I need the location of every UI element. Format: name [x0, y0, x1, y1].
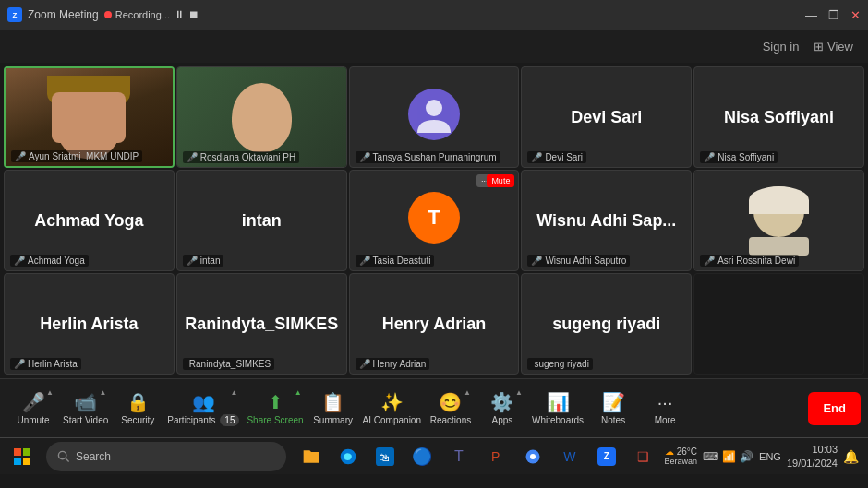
maximize-btn[interactable]: ❐: [828, 8, 839, 22]
security-icon: 🔒: [127, 391, 150, 413]
taskbar-powerpoint[interactable]: P: [479, 440, 512, 473]
taskbar-search-box[interactable]: Search: [46, 442, 286, 471]
achmad-big-name: Achmad Yoga: [29, 211, 149, 231]
unmute-caret[interactable]: ▲: [46, 388, 54, 397]
chrome-icon: [524, 448, 541, 465]
start-button[interactable]: [4, 440, 41, 473]
devi-big-name: Devi Sari: [565, 108, 647, 127]
volume-icon: 🔊: [740, 450, 753, 463]
reactions-caret[interactable]: ▲: [464, 388, 471, 397]
ai-companion-btn[interactable]: ✨ AI Companion: [359, 383, 425, 434]
taskbar-teams[interactable]: T: [442, 440, 476, 473]
lang-indicator: ENG: [759, 451, 781, 462]
participants-btn[interactable]: 👥 Participants 15 ▲: [163, 383, 243, 434]
title-bar: Z Zoom Meeting Recording... ⏸ ⏹ — ❐ ✕: [0, 0, 868, 30]
view-btn[interactable]: ⊞ View: [814, 40, 853, 54]
search-placeholder: Search: [76, 450, 111, 463]
whiteboard-icon: 📊: [547, 391, 570, 413]
henry-mic-icon: 🎤: [359, 359, 370, 369]
video-caret[interactable]: ▲: [99, 388, 106, 397]
windows-logo: [14, 448, 30, 465]
apps-label: Apps: [492, 415, 513, 425]
whiteboard-label: Whiteboards: [532, 415, 584, 425]
taskbar-edge[interactable]: [332, 440, 365, 473]
video-icon: 📹: [74, 391, 97, 413]
nisa-big-name: Nisa Soffiyani: [718, 108, 839, 127]
rec-dot: [104, 11, 112, 18]
svg-rect-4: [23, 458, 30, 465]
participant-tile-nisa: Nisa Soffiyani 🎤 Nisa Soffiyani: [693, 66, 864, 168]
recording-indicator: Recording... ⏸ ⏹: [104, 8, 199, 21]
more-icon: ···: [657, 392, 673, 413]
share-caret[interactable]: ▲: [295, 388, 302, 397]
notes-icon: 📝: [602, 391, 625, 413]
summary-icon: 📋: [321, 391, 344, 413]
svg-point-11: [530, 454, 536, 459]
share-screen-btn[interactable]: ⬆ Share Screen ▲: [243, 383, 307, 434]
pause-btn[interactable]: ⏸: [174, 8, 185, 21]
ranindyta-name-label: Ranindyta_SIMKES: [183, 358, 274, 370]
taskbar-mail[interactable]: 🔵: [405, 440, 439, 473]
window-controls: — ❐ ✕: [805, 8, 861, 22]
svg-point-5: [58, 451, 66, 458]
start-video-btn[interactable]: 📹 Start Video ▲: [59, 383, 112, 434]
unmute-btn[interactable]: 🎤 Unmute ▲: [7, 383, 59, 434]
participant-tile-henry: Henry Adrian 🎤 Henry Adrian: [349, 273, 520, 375]
minimize-btn[interactable]: —: [805, 8, 817, 22]
end-btn[interactable]: End: [808, 392, 861, 425]
notes-btn[interactable]: 📝 Notes: [587, 383, 639, 434]
taskbar-explorer[interactable]: [295, 440, 328, 473]
svg-line-6: [66, 458, 69, 462]
stop-btn[interactable]: ⏹: [188, 8, 199, 21]
tasia-avatar: T: [408, 192, 460, 244]
taskbar-zoom-app[interactable]: Z: [590, 440, 623, 473]
achmad-name-label: 🎤 Achmad Yoga: [10, 255, 89, 267]
asri-name-label: 🎤 Asri Rossnita Dewi: [700, 255, 799, 267]
apps-caret[interactable]: ▲: [515, 388, 523, 397]
summary-label: Summary: [313, 415, 353, 425]
taskbar-store[interactable]: 🛍: [368, 440, 402, 473]
summary-btn[interactable]: 📋 Summary: [307, 383, 359, 434]
henry-big-name: Henry Adrian: [377, 315, 491, 334]
reactions-btn[interactable]: 😊 Reactions ▲: [425, 383, 476, 434]
top-bar: Sign in ⊞ View: [0, 30, 868, 63]
video-grid: 🎤 Ayun Sriatmi_MKM UNDIP 🎤 Rosdiana Okta…: [0, 63, 868, 378]
taskbar-extra[interactable]: ❑: [627, 440, 660, 473]
close-btn[interactable]: ✕: [850, 8, 861, 22]
ayun-mic-icon: 🎤: [15, 151, 26, 161]
share-icon: ⬆: [268, 391, 283, 413]
unmute-icon: 🎤: [22, 391, 45, 413]
sugeng-big-name: sugeng riyadi: [547, 315, 666, 334]
more-btn[interactable]: ··· More: [639, 383, 691, 434]
participants-count-badge: 15: [220, 414, 239, 426]
zoom-logo: Z: [7, 7, 22, 22]
wisnu-big-name: Wisnu Adhi Sap...: [531, 211, 681, 231]
rosdiana-name-label: 🎤 Rosdiana Oktaviani PH: [183, 151, 299, 163]
participant-tile-ranindyta: Ranindyta_SIMKES Ranindyta_SIMKES: [176, 273, 347, 375]
whiteboards-btn[interactable]: 📊 Whiteboards: [528, 383, 587, 434]
asri-mic-icon: 🎤: [704, 256, 715, 266]
participant-tile-tasia: T ··· Mute 🎤 Tasia Deastuti: [349, 170, 520, 271]
unmute-label: Unmute: [17, 415, 49, 425]
apps-btn[interactable]: ⚙️ Apps ▲: [476, 383, 528, 434]
participant-tile-herlin: Herlin Arista 🎤 Herlin Arista: [4, 273, 175, 375]
taskbar-word[interactable]: W: [553, 440, 586, 473]
participant-tile-tansya: 🎤 Tansya Sushan Purnaningrum: [349, 66, 520, 168]
rosdiana-mic-icon: 🎤: [187, 152, 198, 162]
herlin-mic-icon: 🎤: [14, 359, 25, 369]
reactions-label: Reactions: [430, 415, 471, 425]
participant-tile-sugeng: sugeng riyadi sugeng riyadi: [521, 273, 692, 375]
notification-btn[interactable]: 🔔: [843, 449, 859, 464]
nisa-name-label: 🎤 Nisa Soffiyani: [700, 151, 778, 163]
sign-in-btn[interactable]: Sign in: [763, 40, 800, 54]
notes-label: Notes: [601, 415, 625, 425]
taskbar-chrome[interactable]: [516, 440, 549, 473]
participants-caret[interactable]: ▲: [231, 388, 238, 397]
svg-point-0: [426, 100, 442, 116]
security-label: Security: [121, 415, 154, 425]
sugeng-name-label: sugeng riyadi: [527, 358, 592, 370]
security-btn[interactable]: 🔒 Security: [112, 383, 163, 434]
tansya-name-label: 🎤 Tansya Sushan Purnaningrum: [356, 151, 500, 163]
ai-icon: ✨: [380, 391, 404, 413]
time-display: 10:03: [787, 443, 838, 456]
